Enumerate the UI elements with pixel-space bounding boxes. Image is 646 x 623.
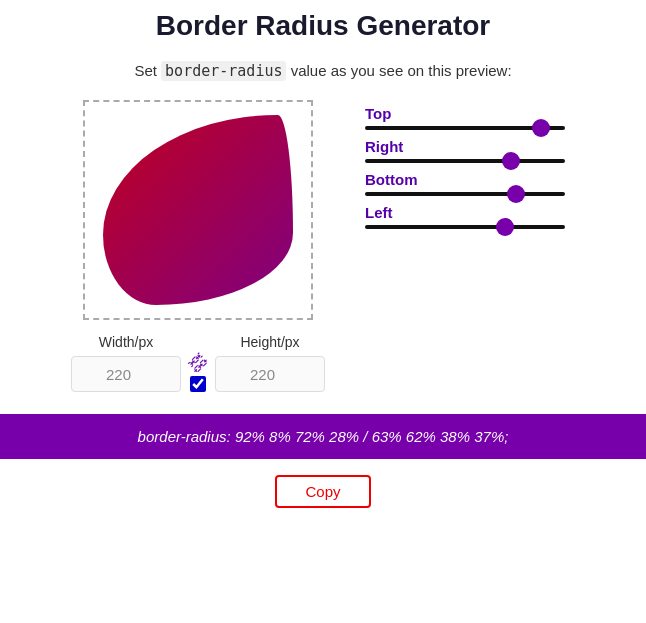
width-input[interactable] [71, 356, 181, 392]
main-area: Width/px ⛓ Height/px Top Right [0, 100, 646, 392]
sliders-section: Top Right Bottom Left [365, 100, 575, 229]
bottom-slider[interactable] [365, 192, 565, 196]
shape-preview [103, 115, 293, 305]
dimension-row: Width/px ⛓ Height/px [71, 334, 325, 392]
subtitle: Set border-radius value as you see on th… [134, 62, 511, 80]
width-label: Width/px [99, 334, 153, 350]
preview-box [83, 100, 313, 320]
preview-section: Width/px ⛓ Height/px [71, 100, 325, 392]
css-output-text: border-radius: 92% 8% 72% 28% / 63% 62% … [138, 428, 509, 445]
height-group: Height/px [215, 334, 325, 392]
height-label: Height/px [240, 334, 299, 350]
link-checkbox[interactable] [190, 376, 206, 392]
right-slider-group: Right [365, 138, 575, 163]
link-icon-area: ⛓ [189, 354, 207, 392]
left-slider-group: Left [365, 204, 575, 229]
css-output-bar: border-radius: 92% 8% 72% 28% / 63% 62% … [0, 414, 646, 459]
page-title: Border Radius Generator [156, 10, 491, 42]
top-slider-group: Top [365, 105, 575, 130]
width-group: Width/px [71, 334, 181, 392]
height-input[interactable] [215, 356, 325, 392]
left-slider[interactable] [365, 225, 565, 229]
checkbox-area[interactable] [190, 376, 206, 392]
bottom-slider-group: Bottom [365, 171, 575, 196]
link-icon: ⛓ [185, 350, 210, 375]
right-slider[interactable] [365, 159, 565, 163]
copy-row: Copy [275, 475, 370, 508]
copy-button[interactable]: Copy [275, 475, 370, 508]
top-slider[interactable] [365, 126, 565, 130]
